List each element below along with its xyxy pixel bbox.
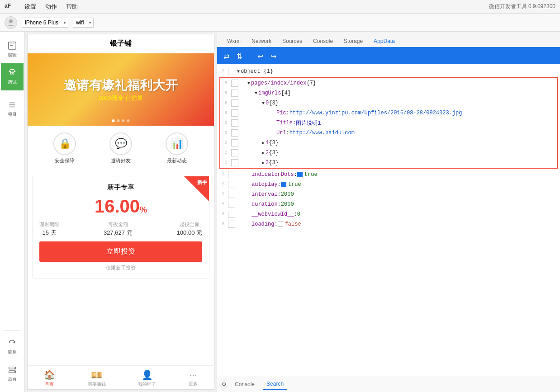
devtools-tabs: Wxml Network Sources Console Storage App…	[217, 32, 560, 48]
row-checkbox-9[interactable]	[231, 149, 238, 156]
nav-earn-label: 我要赚钱	[88, 381, 106, 387]
expand-2[interactable]: ▶	[262, 150, 265, 156]
bottom-tab-search[interactable]: Search	[263, 379, 287, 390]
product-title: 新手专享	[39, 183, 202, 192]
sidebar-item-editor[interactable]: 编辑	[1, 36, 24, 63]
duration-sep: :	[278, 201, 281, 208]
pic-sep: :	[286, 110, 289, 116]
index-3-key: 3	[266, 160, 269, 166]
nav-earn[interactable]: 💴 我要赚钱	[88, 369, 106, 387]
pic-value[interactable]: http://www.yinzipu.com/Upfiles/2016/08-2…	[289, 110, 462, 116]
indicatordots-key: indicatorDots	[252, 171, 294, 178]
row-checkbox-8[interactable]	[231, 139, 238, 146]
bottom-tab-console[interactable]: Console	[231, 379, 258, 389]
row-checkbox-11[interactable]	[228, 171, 235, 178]
autoplay-checkbox-icon	[281, 182, 286, 187]
news-label: 最新动态	[167, 157, 187, 164]
device-select[interactable]: iPhone 6 Plus	[22, 18, 68, 28]
row-gutter: ⠿	[217, 69, 228, 74]
pages-bracket: {7}	[306, 80, 316, 86]
product-card: 新手 新手专享 16.00% 理财期限 15 天 可投金额 327,627 元	[32, 176, 209, 279]
network-selector-wrap[interactable]: wifi	[73, 18, 94, 28]
tree-row-imgurls: ⠿ ▼ imgUrls [4]	[220, 88, 557, 98]
tab-sources[interactable]: Sources	[277, 35, 308, 48]
toolbar-btn-undo[interactable]: ↩	[256, 51, 265, 61]
toolbar-btn-redo[interactable]: ↪	[269, 51, 278, 61]
tab-console[interactable]: Console	[308, 35, 338, 48]
menu-help[interactable]: 帮助	[66, 3, 78, 11]
row-gutter-16: ⠿	[217, 222, 228, 227]
sidebar-item-debug[interactable]: 调试	[1, 63, 24, 90]
menu-actions[interactable]: 动作	[45, 3, 57, 11]
row-gutter-2: ⠿	[220, 80, 231, 86]
svg-point-5	[14, 368, 15, 368]
webviewid-sep: :	[294, 211, 297, 217]
row-gutter-8: ⠿	[220, 140, 231, 146]
pic-key: Pic	[276, 110, 286, 116]
expand-3[interactable]: ▶	[262, 160, 265, 165]
interval-key: interval	[252, 191, 278, 198]
row-checkbox-12[interactable]	[228, 181, 235, 188]
tree-row-title: ⠿ Title : 图片说明1	[220, 118, 557, 128]
loading-sep: :	[274, 221, 277, 227]
row-checkbox-15[interactable]	[228, 211, 235, 218]
dot-2	[122, 119, 125, 122]
nav-more[interactable]: ··· 更多	[189, 369, 198, 387]
row-checkbox-4[interactable]	[231, 99, 238, 107]
nav-more-label: 更多	[189, 381, 198, 387]
expand-root[interactable]: ▼	[237, 69, 240, 74]
row-checkbox-7[interactable]	[231, 129, 238, 137]
device-selector-wrap[interactable]: iPhone 6 Plus	[22, 18, 68, 28]
root-label: object {1}	[241, 68, 273, 75]
expand-0[interactable]: ▼	[262, 101, 265, 106]
toolbar-btn-left-right[interactable]: ⇄	[222, 51, 231, 61]
tab-network[interactable]: Network	[246, 35, 277, 48]
nav-home[interactable]: 🏠 首页	[44, 369, 55, 387]
left-sidebar: 编辑 调试 项目 重启	[0, 32, 25, 392]
toolbar-btn-up-down[interactable]: ⇅	[235, 51, 244, 61]
url-value[interactable]: http://www.baidu.com	[289, 130, 355, 136]
menu-settings[interactable]: 设置	[24, 3, 36, 11]
device-toolbar: iPhone 6 Plus wifi	[0, 14, 560, 32]
tree-row-pic: ⠿ Pic : http://www.yinzipu.com/Upfiles/2…	[220, 108, 557, 118]
main-layout: 编辑 调试 项目 重启	[0, 32, 560, 392]
sidebar-item-project[interactable]: 项目	[1, 95, 24, 123]
icon-item-news[interactable]: 📊 最新动态	[166, 132, 188, 164]
row-checkbox-2[interactable]	[231, 80, 238, 87]
row-checkbox[interactable]	[228, 68, 235, 75]
icon-item-invite[interactable]: 💬 邀请好友	[109, 132, 132, 164]
row-gutter-3: ⠿	[220, 90, 231, 96]
tab-wxml[interactable]: Wxml	[222, 35, 246, 48]
row-checkbox-3[interactable]	[231, 90, 238, 97]
icon-item-security[interactable]: 🔒 安全保障	[53, 132, 76, 164]
sidebar-item-backend[interactable]: 后台	[1, 360, 24, 387]
new-badge-text: 新手	[197, 179, 207, 186]
more-icon: ···	[190, 369, 197, 380]
nav-mystore[interactable]: 👤 我的铺子	[138, 369, 156, 387]
invest-button[interactable]: 立即投资	[39, 241, 202, 262]
row-checkbox-6[interactable]	[231, 119, 238, 127]
expand-pages[interactable]: ▼	[247, 81, 250, 86]
expand-1[interactable]: ▶	[262, 140, 265, 146]
invite-label: 邀请好友	[111, 157, 131, 164]
expand-imgurls[interactable]: ▼	[255, 91, 257, 96]
tree-row-0: ⠿ ▼ 0 {3}	[220, 98, 557, 108]
network-select[interactable]: wifi	[73, 18, 94, 28]
svg-point-0	[9, 19, 13, 23]
tab-storage[interactable]: Storage	[338, 35, 368, 48]
tab-appdata[interactable]: AppData	[368, 35, 400, 48]
tree-row-2: ⠿ ▶ 2 {3}	[220, 148, 557, 158]
phone-icons-row: 🔒 安全保障 💬 邀请好友 📊 最新动态	[28, 126, 214, 171]
tree-row-interval: ⠿ interval : 2000	[217, 189, 560, 199]
tree-row-url: ⠿ Url : http://www.baidu.com	[220, 128, 557, 138]
sidebar-separator-2	[3, 331, 21, 331]
sidebar-item-restart[interactable]: 重启	[1, 333, 24, 360]
row-gutter-15: ⠿	[217, 212, 228, 217]
row-checkbox-13[interactable]	[228, 191, 235, 198]
security-icon: 🔒	[53, 132, 76, 155]
row-checkbox-5[interactable]	[231, 109, 238, 117]
row-checkbox-16[interactable]	[228, 221, 235, 228]
row-checkbox-10[interactable]	[231, 159, 238, 166]
devtools-content: ⠿ ▼ object {1} ⠿ ▼ pages/index/index {7}	[217, 64, 560, 376]
row-checkbox-14[interactable]	[228, 201, 235, 208]
